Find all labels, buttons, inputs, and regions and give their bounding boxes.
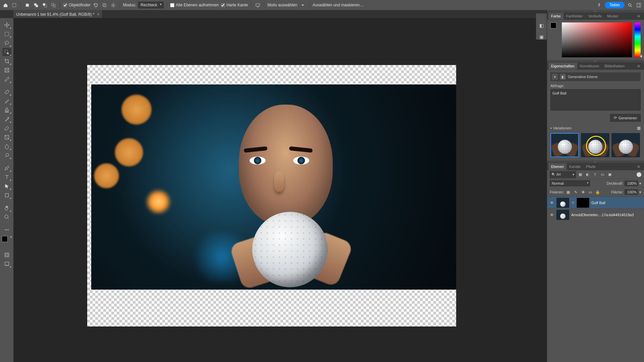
history-brush-tool[interactable] [2, 115, 11, 123]
alert-icon[interactable] [596, 2, 603, 8]
filter-smart-icon[interactable]: ▣ [607, 172, 613, 178]
filter-pixel-icon[interactable]: ▦ [577, 172, 583, 178]
lasso-tool[interactable] [2, 39, 11, 47]
opacity-input[interactable]: 100% [625, 181, 638, 186]
quickmask-icon[interactable] [2, 251, 11, 259]
hand-tool[interactable] [2, 204, 11, 212]
edit-toolbar-icon[interactable] [2, 226, 11, 234]
modus-dropdown[interactable]: Rechteck [138, 2, 164, 8]
color-panel-menu-icon[interactable]: ≡ [635, 12, 643, 20]
stamp-tool[interactable] [2, 106, 11, 114]
home-icon[interactable] [2, 2, 9, 8]
variation-thumb-1[interactable] [550, 133, 579, 157]
select-subject-dropdown-icon[interactable] [300, 2, 306, 8]
layer-name[interactable]: Golf Ball [591, 201, 642, 205]
tab-korrekturen[interactable]: Korrekturen [577, 63, 602, 69]
share-button[interactable]: Teilen [605, 2, 625, 8]
panel-handle[interactable] [547, 161, 644, 163]
layer-thumbnail[interactable] [556, 210, 569, 220]
shape-tool[interactable] [2, 191, 11, 199]
lock-transparency-icon[interactable]: ▦ [565, 189, 571, 195]
feedback-icon[interactable] [254, 2, 261, 8]
tab-pfade[interactable]: Pfade [583, 163, 598, 170]
variation-thumb-2[interactable] [581, 133, 609, 157]
intersect-selection-icon[interactable] [50, 2, 57, 8]
opacity-dropdown-icon[interactable]: ▾ [639, 181, 641, 186]
filter-type-icon[interactable]: T [592, 172, 598, 178]
panel-color-swatches[interactable] [550, 22, 559, 31]
layer-row[interactable]: 👁 ArnoldOberleiter…17a-bd44914519a3 [547, 208, 644, 221]
tab-ebenen[interactable]: Ebenen [548, 163, 567, 170]
all-layers-checkbox[interactable]: Alle Ebenen aufnehmen [170, 3, 219, 7]
marquee-tool[interactable] [2, 30, 11, 38]
hue-slider[interactable] [635, 22, 641, 57]
gear-icon[interactable] [110, 2, 117, 8]
tab-verlaeufe[interactable]: Verläufe [586, 13, 604, 19]
lock-all-icon[interactable]: 🔒 [595, 189, 601, 195]
props-panel-menu-icon[interactable]: ≡ [635, 62, 643, 70]
refresh-icon[interactable] [93, 2, 99, 8]
variation-thumb-3[interactable] [611, 133, 640, 157]
generate-button[interactable]: ⟳Generieren [610, 114, 641, 122]
gradient-tool[interactable] [2, 133, 11, 141]
lock-artboard-icon[interactable]: ▭ [587, 189, 593, 195]
lock-position-icon[interactable]: ✥ [580, 189, 586, 195]
visibility-toggle-icon[interactable]: 👁 [549, 201, 554, 205]
visibility-toggle-icon[interactable]: 👁 [549, 213, 554, 217]
tab-farbe[interactable]: Farbe [548, 13, 564, 19]
object-select-tool[interactable] [2, 48, 11, 56]
layer-mask-thumbnail[interactable] [577, 198, 589, 208]
document-tab[interactable]: Unbenannt-1 bei 91,4% (Golf Ball, RGB/8)… [13, 10, 102, 18]
tab-kanaele[interactable]: Kanäle [567, 163, 583, 170]
prompt-input[interactable] [550, 89, 641, 111]
new-selection-icon[interactable] [24, 2, 31, 8]
filter-toggle[interactable] [637, 172, 641, 177]
healing-tool[interactable] [2, 88, 11, 96]
crop-tool[interactable] [2, 57, 11, 65]
hard-edge-checkbox[interactable]: Harte Kante [221, 3, 248, 7]
layer-thumbnail[interactable] [556, 198, 569, 208]
fill-input[interactable]: 100% [625, 189, 638, 195]
brush-tool[interactable] [2, 97, 11, 105]
subtract-selection-icon[interactable] [41, 2, 48, 8]
pen-tool[interactable] [2, 164, 11, 172]
tab-farbfelder[interactable]: Farbfelder [564, 13, 586, 19]
select-subject-button[interactable]: Motiv auswählen [267, 3, 297, 7]
tab-muster[interactable]: Muster [604, 13, 621, 19]
type-tool[interactable] [2, 173, 11, 181]
screenmode-icon[interactable] [2, 260, 11, 268]
objectfinder-checkbox[interactable]: Objektfinder [63, 3, 91, 7]
lock-pixels-icon[interactable]: ✎ [573, 189, 579, 195]
path-select-tool[interactable] [2, 182, 11, 190]
frame-tool[interactable] [2, 66, 11, 74]
variations-header[interactable]: ▾ Variationen ▦ [547, 124, 644, 132]
layer-filter-dropdown[interactable]: 🔍Art▾ [550, 171, 576, 178]
layer-row[interactable]: 👁 ⎘ Golf Ball [547, 196, 644, 208]
eraser-tool[interactable] [2, 124, 11, 132]
blend-mode-dropdown[interactable]: Normal [550, 180, 590, 186]
dock-histogram-icon[interactable]: ◧ [539, 23, 544, 28]
eyedropper-tool[interactable] [2, 75, 11, 83]
canvas-area[interactable] [13, 18, 547, 362]
dodge-tool[interactable] [2, 151, 11, 159]
fill-dropdown-icon[interactable]: ▾ [639, 190, 641, 194]
search-icon[interactable] [627, 2, 633, 8]
color-swatches[interactable]: ⤭ [2, 236, 12, 246]
overlay-icon[interactable] [101, 2, 108, 8]
filter-adjust-icon[interactable]: ◐ [585, 172, 591, 178]
move-tool[interactable] [2, 21, 11, 29]
panel-handle[interactable] [547, 60, 644, 62]
layer-name[interactable]: ArnoldOberleiter…17a-bd44914519a3 [571, 213, 642, 217]
add-selection-icon[interactable] [33, 2, 39, 8]
select-and-mask-button[interactable]: Auswählen und maskieren… [313, 3, 364, 7]
filter-shape-icon[interactable]: ▭ [599, 172, 605, 178]
dock-info-icon[interactable]: ▣ [539, 34, 544, 40]
blur-tool[interactable] [2, 142, 11, 150]
grid-view-icon[interactable]: ▦ [637, 126, 641, 130]
tool-preset-icon[interactable] [11, 2, 17, 8]
zoom-tool[interactable] [2, 213, 11, 221]
layers-panel-menu-icon[interactable]: ≡ [635, 163, 643, 171]
close-tab-icon[interactable]: × [97, 12, 99, 17]
workspace-icon[interactable] [635, 2, 642, 8]
color-ramp[interactable] [562, 22, 632, 57]
